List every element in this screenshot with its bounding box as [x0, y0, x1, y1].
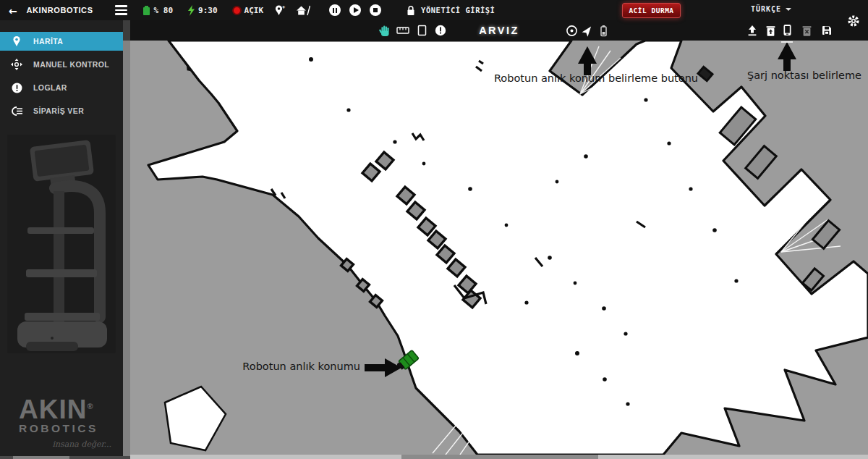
sidebar-scrollbar[interactable] [123, 20, 130, 459]
annotation-robot-position: Robotun anlık konumu [217, 361, 360, 372]
charge-time: 9:30 [198, 6, 218, 15]
app-title: AKINROBOTICS [26, 6, 93, 14]
sidebar-item-label: SİPARİŞ VER [33, 106, 84, 115]
sidebar-item-siparis-ver[interactable]: SİPARİŞ VER [0, 101, 123, 120]
locate-robot-button[interactable] [581, 24, 594, 37]
sidebar-item-label: LOGLAR [33, 83, 67, 92]
warning-circle-icon [0, 83, 33, 93]
delete-map-button-disabled[interactable] [800, 24, 813, 37]
pan-tool-button[interactable] [378, 24, 391, 37]
sidebar-item-label: HARİTA [33, 37, 63, 46]
logo-tagline: insana değer... [19, 439, 111, 449]
sidebar-item-manuel-kontrol[interactable]: MANUEL KONTROL [0, 55, 123, 74]
sidebar-item-label: MANUEL KONTROL [33, 60, 109, 69]
home-slash-icon [296, 5, 310, 16]
map-pin-icon [0, 35, 33, 47]
frame-rect-icon [417, 25, 427, 36]
frame-tool-button[interactable] [415, 24, 428, 37]
sidebar-menu: HARİTA MANUEL KONTROL [0, 32, 123, 125]
pin-plus-icon: + [273, 4, 286, 17]
scrollbar-thumb[interactable] [13, 456, 69, 459]
small-battery-icon [599, 25, 608, 37]
map-toolbar: ARVIZ [130, 20, 868, 41]
navigation-arrow-icon [582, 25, 594, 37]
status-dot-icon [232, 6, 242, 15]
registered-mark: ® [87, 401, 93, 410]
admin-login-label: YÖNETİCİ GİRİŞİ [421, 6, 495, 14]
service-robot-illustration [7, 135, 116, 353]
settings-gear-button[interactable] [847, 14, 860, 28]
battery-status: % 80 [142, 5, 174, 16]
save-floppy-icon [821, 25, 833, 36]
play-button[interactable] [349, 4, 361, 16]
pause-button[interactable] [329, 4, 341, 16]
add-location-button[interactable]: + [273, 4, 286, 17]
language-selector[interactable]: TÜRKÇE [751, 5, 791, 13]
lightning-icon [187, 5, 195, 16]
charge-point-button[interactable] [780, 24, 793, 37]
order-list-icon [0, 106, 33, 117]
occupancy-grid-map [130, 41, 868, 455]
back-arrow-icon[interactable]: ← [9, 4, 17, 17]
open-status: AÇIK [232, 6, 264, 15]
map-horizontal-scrollbar[interactable] [130, 455, 868, 459]
battery-indicator-button[interactable] [597, 24, 610, 37]
device-icon [782, 24, 793, 38]
sidebar-item-loglar[interactable]: LOGLAR [0, 78, 123, 97]
language-label: TÜRKÇE [751, 5, 781, 13]
stop-icon [373, 8, 378, 12]
battery-icon [142, 5, 151, 16]
sidebar-horizontal-scrollbar[interactable] [0, 456, 130, 459]
measure-tool-button[interactable] [396, 24, 409, 37]
map-canvas[interactable]: Robotun anlık konum belirleme butonu Şar… [130, 41, 868, 455]
trash-upload-icon [765, 25, 777, 37]
lock-icon [406, 5, 416, 16]
move-pad-icon [0, 59, 33, 70]
selected-tool-underline [781, 41, 793, 43]
hamburger-menu-icon[interactable] [115, 5, 127, 14]
save-map-button[interactable] [820, 24, 833, 37]
warning-circle-icon [435, 25, 446, 36]
robot-photo [7, 135, 116, 353]
target-icon [566, 25, 578, 37]
gear-icon [847, 14, 860, 28]
sidebar-item-harita[interactable]: HARİTA [0, 32, 123, 51]
status-label: AÇIK [244, 6, 264, 15]
logo-akin: AKIN [19, 395, 87, 424]
scrollbar-thumb[interactable] [401, 455, 598, 459]
battery-percent: % 80 [154, 6, 174, 15]
ruler-icon [396, 26, 409, 35]
logo-robotics: ROBOTICS [19, 422, 123, 435]
home-button[interactable] [296, 5, 310, 16]
app-window: ← AKINROBOTICS % 80 9:30 AÇIK [0, 0, 868, 459]
upload-map-button[interactable] [746, 24, 759, 37]
charge-time-status: 9:30 [187, 5, 218, 16]
upload-icon [746, 25, 758, 36]
chevron-down-icon [786, 8, 791, 11]
pose-target-button[interactable] [565, 24, 578, 37]
alerts-tool-button[interactable] [434, 24, 447, 37]
top-bar: ← AKINROBOTICS % 80 9:30 AÇIK [0, 0, 868, 20]
sidebar: HARİTA MANUEL KONTROL [0, 20, 123, 459]
pan-hand-icon [378, 25, 391, 37]
brand-logo: AKIN® ROBOTICS insana değer... [0, 398, 123, 449]
emergency-stop-button[interactable]: ACİL DURMA [622, 3, 681, 18]
svg-text:+: + [282, 4, 285, 10]
trash-x-icon [801, 25, 813, 37]
stop-button[interactable] [370, 4, 381, 16]
play-icon [354, 7, 359, 13]
annotation-charge-point: Şarj noktası belirleme [725, 70, 868, 81]
pause-icon [333, 8, 337, 13]
clear-map-button[interactable] [764, 24, 777, 37]
annotation-locate-button: Robotun anlık konum belirleme butonu [477, 72, 715, 84]
admin-login[interactable]: YÖNETİCİ GİRİŞİ [406, 5, 495, 16]
